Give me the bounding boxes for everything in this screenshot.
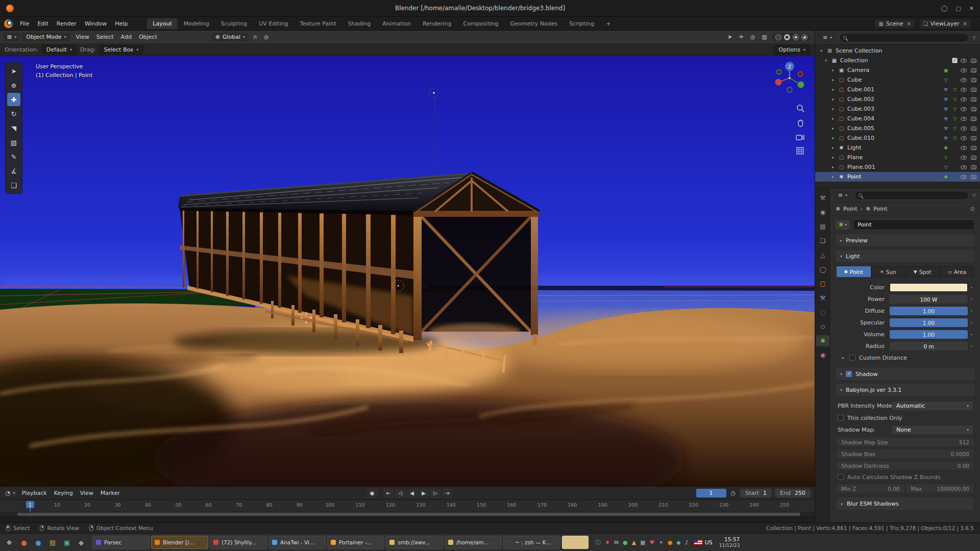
- show-gizmos-icon[interactable]: ✛: [737, 34, 746, 40]
- frame-tick-label[interactable]: 130: [406, 502, 436, 508]
- workspace-tab[interactable]: Modeling: [178, 18, 215, 29]
- expand-icon[interactable]: [830, 78, 836, 82]
- outliner-object-row[interactable]: ▢ Plane.001 ▽: [815, 162, 980, 172]
- light-type-button[interactable]: ▼Spot: [905, 266, 940, 277]
- workspace-tab[interactable]: Sculpting: [215, 18, 253, 29]
- viewport-menu[interactable]: View: [72, 32, 93, 42]
- expand-icon[interactable]: [830, 116, 836, 121]
- taskbar-window-button[interactable]: Blender [/...: [151, 536, 208, 549]
- outliner-collection-row[interactable]: ▦ Collection: [815, 56, 980, 65]
- frame-tick-label[interactable]: 240: [739, 502, 769, 508]
- tray-icon[interactable]: ♥: [650, 539, 655, 546]
- toggle-xray-icon[interactable]: ▥: [760, 34, 769, 40]
- tray-icon[interactable]: ●: [668, 539, 673, 546]
- frame-tick-label[interactable]: 60: [193, 502, 224, 508]
- custom-distance-checkbox[interactable]: [849, 355, 855, 361]
- mode-selector[interactable]: Object Mode: [22, 33, 69, 41]
- launcher-3[interactable]: ▤: [46, 536, 59, 549]
- disable-in-renders-icon[interactable]: [971, 127, 976, 131]
- viewport-3d[interactable]: User Perspective (1) Collection | Point …: [0, 56, 815, 487]
- outliner-root-row[interactable]: ⊞ Scene Collection: [815, 46, 980, 56]
- tool-scale[interactable]: ◥: [7, 121, 20, 135]
- timeline-menu[interactable]: Keying: [51, 488, 77, 498]
- outliner-object-row[interactable]: ▢ Cube.003 ⚒ ▽: [815, 104, 980, 114]
- tab-output[interactable]: ▤: [816, 221, 829, 232]
- navigation-gizmo[interactable]: Z: [772, 60, 807, 96]
- tool-rotate[interactable]: ↻: [7, 107, 20, 120]
- tool-transform[interactable]: ▧: [7, 136, 20, 149]
- system-menu-button[interactable]: ❖: [3, 536, 16, 549]
- properties-filter-icon[interactable]: ▽: [972, 193, 976, 198]
- tray-icon[interactable]: ♪: [685, 539, 689, 546]
- expand-icon[interactable]: [830, 107, 836, 111]
- expand-icon[interactable]: [830, 126, 836, 131]
- scene-unlink-icon[interactable]: ✕: [906, 21, 911, 27]
- tab-object-data[interactable]: ✱: [816, 335, 829, 346]
- blender-logo-icon[interactable]: [4, 19, 13, 28]
- hide-in-viewport-icon[interactable]: [961, 107, 967, 111]
- babylon-panel-header[interactable]: Babylon.js ver 3.3.1: [836, 384, 975, 396]
- tab-view-layer[interactable]: ❏: [816, 235, 829, 246]
- hide-in-viewport-icon[interactable]: [961, 117, 967, 121]
- frame-tick-label[interactable]: 110: [345, 502, 375, 508]
- light-panel-header[interactable]: Light: [836, 250, 975, 262]
- tab-object[interactable]: ▢: [816, 278, 829, 289]
- tray-icon[interactable]: ✦: [658, 539, 663, 546]
- frame-tick-label[interactable]: 140: [436, 502, 466, 508]
- timeline-ruler[interactable]: 1020304050607080901001101201301401501601…: [0, 500, 815, 517]
- expand-icon[interactable]: [830, 136, 836, 140]
- editor-type-selector[interactable]: ⊞: [4, 33, 20, 41]
- hide-in-viewport-icon[interactable]: [961, 127, 967, 131]
- clock[interactable]: 15:57 11/12/23: [719, 536, 740, 548]
- disable-in-renders-icon[interactable]: [971, 175, 976, 179]
- zoom-icon[interactable]: [796, 104, 804, 112]
- topbar-menu[interactable]: Edit: [33, 19, 52, 29]
- tray-icon[interactable]: ▲: [632, 539, 636, 546]
- frame-tick-label[interactable]: 30: [103, 502, 133, 508]
- hide-in-viewport-icon[interactable]: [961, 146, 967, 150]
- frame-tick-label[interactable]: 150: [466, 502, 496, 508]
- light-type-button[interactable]: ▭Area: [940, 266, 974, 277]
- outliner-editor-type-selector[interactable]: ≡: [819, 33, 836, 42]
- workspace-tab[interactable]: Animation: [377, 18, 416, 29]
- frame-tick-label[interactable]: 200: [618, 502, 648, 508]
- window-close-button[interactable]: ✕: [969, 5, 974, 12]
- frame-tick-label[interactable]: 210: [648, 502, 678, 508]
- options-dropdown[interactable]: Options: [774, 45, 810, 55]
- value-slider[interactable]: 1.00: [890, 307, 968, 315]
- expand-icon[interactable]: [830, 174, 836, 179]
- rendered[interactable]: ◕: [801, 34, 807, 40]
- frame-tick-label[interactable]: 100: [315, 502, 345, 508]
- tool-measure[interactable]: ∡: [7, 164, 20, 178]
- expand-icon[interactable]: [823, 58, 828, 63]
- collection-only-checkbox[interactable]: [838, 415, 844, 421]
- tool-add-cube[interactable]: ❑: [7, 179, 20, 192]
- tab-modifiers[interactable]: ⚒: [816, 292, 829, 304]
- taskbar-window-button[interactable]: /home/am...: [445, 536, 502, 549]
- pbr-intensity-mode-dropdown[interactable]: Automatic: [892, 402, 973, 410]
- tool-move[interactable]: ✚: [7, 93, 20, 106]
- frame-tick-label[interactable]: 250: [769, 502, 799, 508]
- frame-start-field[interactable]: Start 1: [740, 489, 772, 497]
- hide-in-viewport-icon[interactable]: [961, 156, 967, 160]
- frame-tick-label[interactable]: 80: [254, 502, 284, 508]
- timeline-editor-type-selector[interactable]: ◔: [4, 490, 17, 496]
- tab-scene[interactable]: △: [816, 249, 829, 261]
- outliner-filter-icon[interactable]: ▽: [972, 35, 976, 40]
- outliner-object-row[interactable]: ▢ Plane ▽: [815, 153, 980, 162]
- viewlayer-remove-icon[interactable]: ✕: [963, 21, 967, 27]
- use-preview-range-icon[interactable]: ◷: [729, 490, 738, 496]
- tray-icon[interactable]: ✉: [614, 539, 619, 546]
- hide-in-viewport-icon[interactable]: [961, 97, 967, 102]
- value-slider[interactable]: 1.00: [890, 330, 968, 339]
- drag-dropdown[interactable]: Select Box: [99, 45, 143, 55]
- current-frame-field[interactable]: 1: [696, 489, 726, 497]
- hide-in-viewport-icon[interactable]: [961, 88, 967, 92]
- custom-distance-subpanel[interactable]: Custom Distance: [837, 352, 974, 363]
- frame-end-field[interactable]: End 250: [775, 489, 811, 497]
- taskbar-window-button[interactable]: AnaTwi - Vi...: [268, 536, 326, 549]
- expand-icon[interactable]: [819, 48, 824, 53]
- tray-icon[interactable]: ■: [640, 539, 645, 546]
- topbar-menu[interactable]: File: [16, 19, 33, 29]
- disable-in-renders-icon[interactable]: [971, 117, 976, 121]
